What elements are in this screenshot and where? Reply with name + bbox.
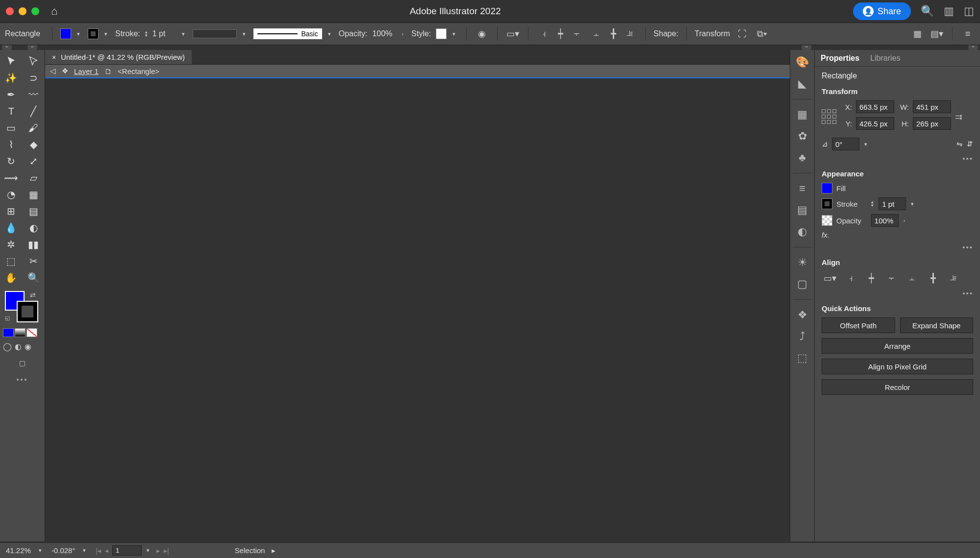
opacity-dropdown-icon[interactable]: › <box>402 31 403 37</box>
close-window[interactable] <box>6 7 14 15</box>
asset-export-panel-icon[interactable]: ⤴ <box>794 328 811 345</box>
stroke-dropdown-icon[interactable]: ▾ <box>104 31 107 37</box>
arrange-button[interactable]: Arrange <box>822 338 973 354</box>
free-transform-tool[interactable]: ▱ <box>23 170 45 186</box>
prop-align-vcenter-icon[interactable]: ╋ <box>925 271 941 285</box>
stroke-weight-stepper[interactable]: ▴▾ <box>145 30 148 37</box>
prop-h-input[interactable] <box>913 117 951 130</box>
fill-stroke-indicator[interactable]: ⇄ ◱ <box>3 291 42 321</box>
prop-x-input[interactable] <box>856 100 894 113</box>
perspective-tool[interactable]: ▦ <box>23 186 45 203</box>
draw-behind-icon[interactable]: ◐ <box>15 342 22 351</box>
transform-label[interactable]: Transform <box>695 29 730 38</box>
swatches-panel-icon[interactable]: ▦ <box>794 106 811 123</box>
eyedropper-tool[interactable]: 💧 <box>0 219 23 236</box>
stroke-weight-value[interactable]: 1 pt <box>152 29 176 38</box>
slice-tool[interactable]: ✂ <box>23 253 45 269</box>
document-tab[interactable]: × Untitled-1* @ 41.22 % (RGB/Preview) <box>45 50 192 64</box>
properties-tab[interactable]: Properties <box>821 51 859 66</box>
screen-mode-icon[interactable]: ▢ <box>0 354 45 372</box>
next-artboard-icon[interactable]: ▸ <box>156 547 160 555</box>
stroke-weight-dropdown-icon[interactable]: ▾ <box>182 31 185 37</box>
zoom-level[interactable]: 41.22% <box>6 546 31 555</box>
recolor-button[interactable]: Recolor <box>822 379 973 395</box>
align-vcenter-icon[interactable]: ╋ <box>606 26 621 41</box>
breadcrumb-back-icon[interactable]: ◁ <box>50 67 56 75</box>
curvature-tool[interactable]: 〰 <box>23 86 45 103</box>
isolate-icon[interactable]: ⛶ <box>735 26 750 41</box>
rotate-tool[interactable]: ↻ <box>0 153 23 170</box>
prop-stroke-weight-input[interactable] <box>879 197 906 210</box>
canvas-rotation[interactable]: -0.028° <box>51 546 75 555</box>
hand-tool[interactable]: ✋ <box>0 269 23 286</box>
fill-swatch[interactable] <box>60 28 71 39</box>
maximize-window[interactable] <box>31 7 39 15</box>
width-tool[interactable]: ⟿ <box>0 170 23 186</box>
arrange-documents-icon[interactable]: ▥ <box>944 5 954 18</box>
symbols-panel-icon[interactable]: ♣ <box>794 149 811 166</box>
prop-align-left-icon[interactable]: ⫞ <box>842 271 859 285</box>
artboards-panel-icon[interactable]: ⬚ <box>794 350 811 366</box>
prop-fill-swatch[interactable] <box>822 183 832 194</box>
layers-panel-icon[interactable]: ❖ <box>794 307 811 323</box>
variable-width-profile[interactable] <box>193 29 237 38</box>
lasso-tool[interactable]: ⊃ <box>23 70 45 86</box>
align-top-icon[interactable]: ⫠ <box>589 26 604 41</box>
prop-rotate-input[interactable] <box>832 138 859 150</box>
align-to-dropdown-icon[interactable]: ▭▾ <box>505 26 520 41</box>
stroke-panel-icon[interactable]: ≡ <box>794 180 811 197</box>
appearance-more-icon[interactable]: ••• <box>822 243 973 251</box>
snap-to-pixel-icon[interactable]: ▦ <box>910 26 925 41</box>
pen-tool[interactable]: ✒ <box>0 86 23 103</box>
align-right-icon[interactable]: ⫟ <box>570 26 584 41</box>
graphic-style-swatch[interactable] <box>436 28 447 39</box>
prop-w-input[interactable] <box>913 100 951 113</box>
prop-y-input[interactable] <box>856 117 894 130</box>
blend-tool[interactable]: ◐ <box>23 219 45 236</box>
fill-dropdown-icon[interactable]: ▾ <box>77 31 80 37</box>
draw-inside-icon[interactable]: ◉ <box>25 342 31 351</box>
prop-stroke-swatch[interactable] <box>822 198 832 209</box>
align-more-icon[interactable]: ••• <box>822 289 973 297</box>
align-to-selector[interactable]: ▭▾ <box>822 271 838 285</box>
breadcrumb-object[interactable]: <Rectangle> <box>118 67 159 75</box>
rectangle-tool[interactable]: ▭ <box>0 120 23 136</box>
stroke-swatch[interactable] <box>88 28 99 39</box>
minimize-window[interactable] <box>19 7 26 15</box>
prop-opacity-input[interactable] <box>871 214 899 227</box>
share-button[interactable]: 👤 Share <box>853 2 911 20</box>
search-icon[interactable]: 🔍 <box>921 5 934 18</box>
direct-selection-tool[interactable] <box>23 53 45 70</box>
edit-similar-icon[interactable]: ⧉▾ <box>754 26 769 41</box>
collapse-tab-dock[interactable]: ›› <box>802 45 811 50</box>
symbol-sprayer-tool[interactable]: ✲ <box>0 236 23 253</box>
paintbrush-tool[interactable]: 🖌 <box>23 120 45 136</box>
type-tool[interactable]: T <box>0 103 23 120</box>
gradient-tool[interactable]: ▤ <box>23 203 45 219</box>
color-mode-solid[interactable] <box>3 328 14 337</box>
transparency-panel-icon[interactable]: ◐ <box>794 223 811 240</box>
prop-align-bottom-icon[interactable]: ⫡ <box>945 271 962 285</box>
artboard-number-input[interactable] <box>112 545 142 556</box>
align-to-pixel-dropdown-icon[interactable]: ▤▾ <box>930 26 944 41</box>
color-guide-panel-icon[interactable]: ◣ <box>794 75 811 92</box>
prop-constrain-icon[interactable]: ⮆ <box>955 113 962 121</box>
selection-tool[interactable] <box>0 53 23 70</box>
panel-menu-icon[interactable]: ≡ <box>960 26 975 41</box>
swap-fill-stroke-icon[interactable]: ⇄ <box>30 291 36 299</box>
last-artboard-icon[interactable]: ▸| <box>164 547 169 555</box>
opacity-value[interactable]: 100% <box>372 29 396 38</box>
flip-vertical-icon[interactable]: ⇵ <box>967 140 973 148</box>
default-fill-stroke-icon[interactable]: ◱ <box>5 315 10 321</box>
scale-tool[interactable]: ⤢ <box>23 153 45 170</box>
align-to-pixel-grid-button[interactable]: Align to Pixel Grid <box>822 359 973 374</box>
recolor-icon[interactable]: ◉ <box>475 26 489 41</box>
brushes-panel-icon[interactable]: ✿ <box>794 128 811 145</box>
mesh-tool[interactable]: ⊞ <box>0 203 23 219</box>
shape-builder-tool[interactable]: ◔ <box>0 186 23 203</box>
align-hcenter-icon[interactable]: ┿ <box>553 26 568 41</box>
first-artboard-icon[interactable]: |◂ <box>96 547 101 555</box>
breadcrumb-layer[interactable]: Layer 1 <box>74 67 99 75</box>
prop-opacity-swatch[interactable] <box>822 215 832 226</box>
transform-more-icon[interactable]: ••• <box>822 154 973 163</box>
